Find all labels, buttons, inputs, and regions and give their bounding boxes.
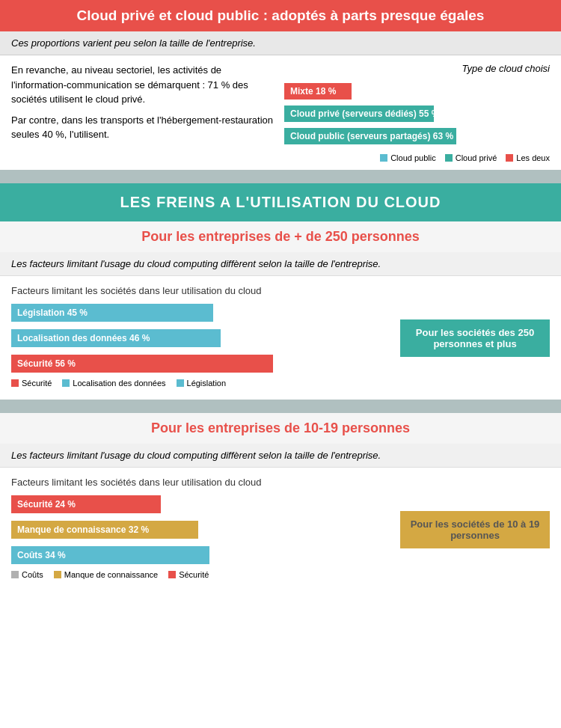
section-freins-header: LES FREINS A L'UTILISATION DU CLOUD bbox=[0, 183, 561, 221]
subtitle-bar: Ces proportions varient peu selon la tai… bbox=[0, 31, 561, 55]
bar-prive: Cloud privé (serveurs dédiés) 55 % bbox=[284, 105, 434, 122]
bar-securite-small: Sécurité 24 % bbox=[11, 495, 161, 513]
legend-legislation-250: Législation bbox=[177, 379, 227, 388]
left-para-1: En revanche, au niveau sectoriel, les ac… bbox=[11, 63, 277, 107]
chart-section-10-19: Facteurs limitant les sociétés dans leur… bbox=[0, 468, 561, 591]
bar-row-connaissance: Manque de connaissance 32 % bbox=[11, 521, 393, 539]
chart-area-250: Législation 45 % Localisation des donnée… bbox=[11, 304, 550, 373]
sub-header-10-19: Pour les entreprises de 10-19 personnes bbox=[0, 413, 561, 444]
chart-area-10-19: Sécurité 24 % Manque de connaissance 32 … bbox=[11, 495, 550, 564]
left-para-2: Par contre, dans les transports et l'héb… bbox=[11, 113, 277, 142]
legend-connaissance: Manque de connaissance bbox=[54, 570, 158, 579]
bar-legislation: Législation 45 % bbox=[11, 304, 213, 322]
bar-connaissance: Manque de connaissance 32 % bbox=[11, 521, 198, 539]
chart-section-250: Facteurs limitant les sociétés dans leur… bbox=[0, 276, 561, 400]
chart-title-10-19: Facteurs limitant les sociétés dans leur… bbox=[11, 477, 550, 488]
legend-localisation-250: Localisation des données bbox=[62, 379, 165, 388]
chart-legend-10-19: Coûts Manque de connaissance Sécurité bbox=[11, 570, 550, 582]
legend-securite-250: Sécurité bbox=[11, 379, 52, 388]
top-content: En revanche, au niveau sectoriel, les ac… bbox=[0, 55, 561, 170]
legend-les-deux: Les deux bbox=[506, 153, 550, 162]
bar-row-couts: Coûts 34 % bbox=[11, 546, 393, 564]
bar-row-securite-large: Sécurité 56 % bbox=[11, 355, 393, 373]
bar-mixte: Mixte 18 % bbox=[284, 83, 352, 100]
legend-couts: Coûts bbox=[11, 570, 43, 579]
top-legend: Cloud public Cloud privé Les deux bbox=[284, 153, 550, 162]
factor-subtitle-10-19: Les facteurs limitant l'usage du cloud c… bbox=[0, 444, 561, 468]
legend-cloud-public: Cloud public bbox=[380, 153, 436, 162]
separator-2 bbox=[0, 400, 561, 413]
legend-securite-10-19: Sécurité bbox=[168, 570, 209, 579]
bar-public: Cloud public (serveurs partagés) 63 % bbox=[284, 128, 456, 144]
separator-1 bbox=[0, 170, 561, 183]
type-label: Type de cloud choisi bbox=[284, 63, 550, 74]
bars-container-250: Législation 45 % Localisation des donnée… bbox=[11, 304, 393, 373]
bars-container-10-19: Sécurité 24 % Manque de connaissance 32 … bbox=[11, 495, 393, 564]
factor-subtitle-250: Les facteurs limitant l'usage du cloud c… bbox=[0, 252, 561, 276]
bar-row-public: Cloud public (serveurs partagés) 63 % bbox=[284, 128, 550, 144]
side-box-250: Pour les sociétés des 250 personnes et p… bbox=[400, 319, 550, 357]
top-right-chart: Type de cloud choisi Mixte 18 % Cloud pr… bbox=[284, 63, 550, 162]
bar-row-localisation: Localisation des données 46 % bbox=[11, 329, 393, 347]
bar-row-prive: Cloud privé (serveurs dédiés) 55 % bbox=[284, 105, 550, 122]
chart-title-250: Facteurs limitant les sociétés dans leur… bbox=[11, 285, 550, 296]
bar-securite-large: Sécurité 56 % bbox=[11, 355, 273, 373]
top-left-text: En revanche, au niveau sectoriel, les ac… bbox=[11, 63, 277, 162]
legend-cloud-prive: Cloud privé bbox=[445, 153, 497, 162]
chart-legend-250: Sécurité Localisation des données Législ… bbox=[11, 379, 550, 391]
bar-localisation: Localisation des données 46 % bbox=[11, 329, 221, 347]
sub-header-250: Pour les entreprises de + de 250 personn… bbox=[0, 221, 561, 252]
bar-row-legislation: Législation 45 % bbox=[11, 304, 393, 322]
bar-couts: Coûts 34 % bbox=[11, 546, 209, 564]
bar-row-mixte: Mixte 18 % bbox=[284, 83, 550, 100]
main-title: Cloud privé et cloud public : adoptés à … bbox=[0, 0, 561, 31]
side-box-10-19: Pour les sociétés de 10 à 19 personnes bbox=[400, 511, 550, 548]
bar-row-securite-small: Sécurité 24 % bbox=[11, 495, 393, 513]
